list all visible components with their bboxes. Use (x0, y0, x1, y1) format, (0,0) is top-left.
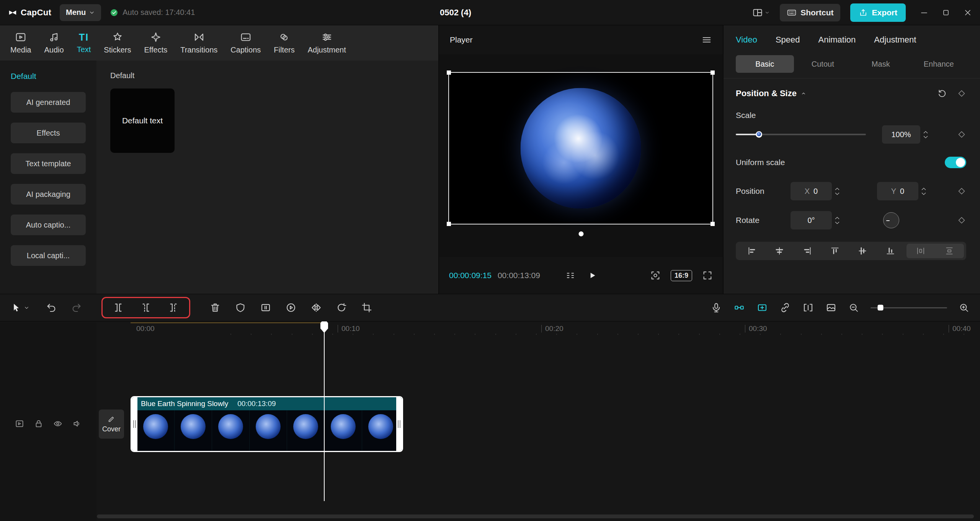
keyframe-diamond-icon[interactable] (957, 216, 966, 225)
focus-preview-icon[interactable] (650, 270, 661, 281)
player-menu-icon[interactable] (701, 34, 712, 45)
zoom-out-icon[interactable] (848, 302, 859, 313)
tab-speed[interactable]: Speed (776, 35, 800, 45)
keyframe-diamond-icon[interactable] (957, 130, 966, 139)
aspect-ratio-button[interactable]: 16:9 (671, 270, 692, 281)
category-auto-captions[interactable]: Auto captio... (11, 215, 86, 235)
tab-captions[interactable]: Captions (224, 31, 267, 54)
mute-track-icon[interactable] (72, 419, 82, 429)
timeline-area[interactable]: 00:00 00:10 00:20 00:30 00:40 Cover Blue… (0, 322, 980, 521)
cover-button[interactable]: Cover (99, 410, 124, 439)
play-icon[interactable] (587, 270, 597, 280)
align-left-button[interactable] (738, 246, 766, 256)
tab-adjustment-props[interactable]: Adjustment (874, 35, 916, 45)
delete-icon[interactable] (209, 302, 221, 313)
selection-handle[interactable] (710, 222, 715, 226)
preview-axis-icon[interactable] (802, 302, 814, 313)
category-ai-generated[interactable]: AI generated (11, 92, 86, 113)
undo-icon[interactable] (46, 302, 57, 313)
mirror-icon[interactable] (310, 302, 322, 313)
subtab-basic[interactable]: Basic (736, 55, 794, 73)
mask-icon[interactable] (235, 302, 246, 313)
category-ai-packaging[interactable]: AI packaging (11, 184, 86, 205)
selection-handle[interactable] (710, 70, 715, 75)
speed-icon[interactable] (285, 302, 297, 313)
track-display-icon[interactable] (825, 302, 837, 313)
align-bottom-button[interactable] (877, 246, 904, 256)
position-y-stepper[interactable] (921, 187, 927, 196)
uniform-scale-toggle[interactable] (945, 157, 966, 168)
reset-icon[interactable] (937, 88, 947, 98)
rotate-stepper[interactable] (834, 216, 840, 225)
category-local-captions[interactable]: Local capti... (11, 245, 86, 266)
subtab-mask[interactable]: Mask (852, 55, 910, 73)
delete-left-icon[interactable] (140, 302, 152, 313)
rotate-value-field[interactable]: 0° (791, 211, 832, 229)
tab-adjustment[interactable]: Adjustment (301, 31, 353, 54)
crop-icon[interactable] (361, 302, 372, 313)
distribute-h-button[interactable] (906, 246, 935, 256)
zoom-in-icon[interactable] (959, 302, 969, 313)
auto-snap-icon[interactable] (756, 302, 768, 313)
lock-track-icon[interactable] (34, 419, 44, 429)
scale-slider[interactable] (736, 134, 866, 135)
split-icon[interactable] (113, 302, 124, 313)
fullscreen-icon[interactable] (702, 270, 713, 281)
selection-handle[interactable] (447, 70, 451, 75)
align-top-button[interactable] (821, 246, 849, 256)
timeline-zoom-slider[interactable] (871, 307, 947, 308)
tab-audio[interactable]: Audio (38, 31, 70, 54)
tab-filters[interactable]: Filters (267, 31, 301, 54)
horizontal-scrollbar[interactable] (97, 514, 974, 518)
export-button[interactable]: Export (850, 3, 906, 22)
tab-stickers[interactable]: Stickers (97, 31, 137, 54)
voiceover-mic-icon[interactable] (710, 302, 722, 313)
link-clips-icon[interactable] (779, 302, 791, 313)
position-size-header[interactable]: Position & Size (736, 88, 807, 98)
tab-effects[interactable]: Effects (137, 31, 174, 54)
distribute-v-button[interactable] (935, 246, 964, 256)
video-clip[interactable]: Blue Earth Spinning Slowly 00:00:13:09 (131, 396, 403, 452)
position-y-field[interactable]: Y 0 (877, 182, 918, 200)
subtab-cutout[interactable]: Cutout (794, 55, 852, 73)
minimize-icon[interactable] (920, 8, 929, 17)
position-x-stepper[interactable] (834, 187, 840, 196)
select-tool-button[interactable] (11, 302, 29, 313)
delete-right-icon[interactable] (168, 302, 179, 313)
zoom-slider-thumb[interactable] (878, 305, 884, 311)
rotate-icon[interactable] (336, 302, 347, 313)
time-ruler[interactable]: 00:00 00:10 00:20 00:30 00:40 (96, 322, 980, 336)
freeze-frame-icon[interactable] (260, 302, 271, 313)
category-default[interactable]: Default (11, 70, 86, 82)
rotate-handle[interactable] (578, 231, 583, 236)
scale-value-box[interactable]: 100% (882, 125, 920, 144)
tab-transitions[interactable]: Transitions (174, 31, 224, 54)
scale-slider-thumb[interactable] (756, 131, 763, 138)
keyframe-diamond-icon[interactable] (957, 187, 966, 196)
align-middle-v-button[interactable] (849, 246, 876, 256)
frame-list-icon[interactable] (565, 270, 576, 281)
position-x-field[interactable]: X 0 (791, 182, 832, 200)
video-frame[interactable] (448, 72, 713, 224)
tab-video[interactable]: Video (736, 35, 757, 45)
selection-handle[interactable] (447, 222, 451, 226)
scale-stepper[interactable] (923, 130, 929, 139)
rotate-dial[interactable] (883, 212, 899, 228)
playhead[interactable] (324, 321, 325, 501)
default-text-card[interactable]: Default text (110, 88, 175, 153)
tab-media[interactable]: Media (4, 31, 38, 54)
category-effects[interactable]: Effects (11, 123, 86, 143)
keyframe-diamond-icon[interactable] (957, 89, 966, 98)
close-icon[interactable] (963, 8, 972, 17)
main-track-preview-icon[interactable] (15, 419, 24, 429)
clip-trim-handle-right[interactable] (396, 397, 402, 451)
subtab-enhance[interactable]: Enhance (910, 55, 968, 73)
clip-trim-handle-left[interactable] (132, 397, 137, 451)
category-text-template[interactable]: Text template (11, 153, 86, 174)
tab-text[interactable]: TI Text (70, 32, 98, 54)
align-right-button[interactable] (794, 246, 821, 256)
magnetic-timeline-icon[interactable] (733, 302, 745, 313)
tab-animation[interactable]: Animation (818, 35, 856, 45)
hide-track-icon[interactable] (53, 419, 63, 429)
align-center-h-button[interactable] (766, 246, 793, 256)
